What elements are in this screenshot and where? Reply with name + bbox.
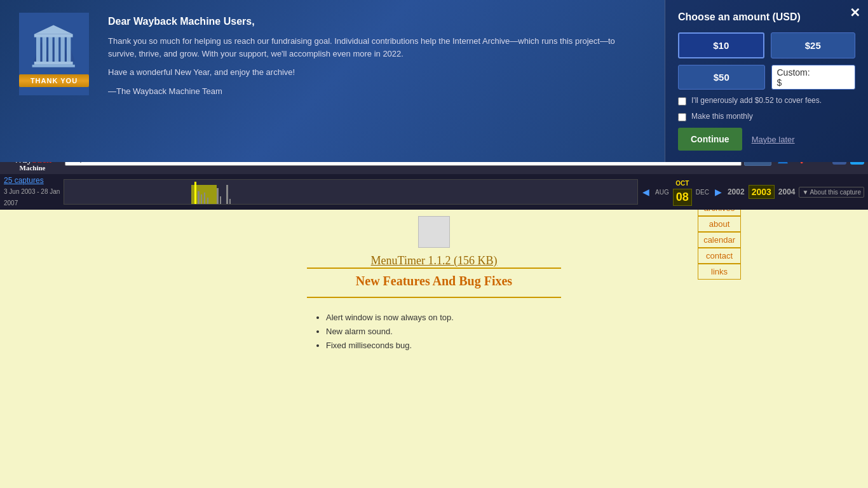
oct-nav: OCT 08: [673, 179, 692, 206]
content-layout: MenuTimer 1.1.2 (156 KB) New Features An…: [307, 216, 561, 353]
donation-left-panel: THANK YOU Dear Wayback Machine Users, Th…: [0, 0, 665, 162]
wb-machine: Machine: [20, 165, 46, 172]
donation-message: Dear Wayback Machine Users, Thank you so…: [108, 13, 646, 104]
ia-logo-area: THANK YOU: [19, 13, 95, 95]
ia-logo: THANK YOU: [19, 13, 89, 95]
svg-marker-11: [34, 25, 73, 34]
donation-right-panel: ✕ Choose an amount (USD) $10 $25 $50 Cus…: [665, 0, 868, 162]
svg-rect-12: [34, 62, 73, 65]
timeline-bar-6: [217, 188, 219, 204]
features-section: New Features And Bug Fixes: [307, 268, 561, 298]
app-icon-placeholder: [307, 216, 561, 248]
about-capture-label: About this capture: [810, 189, 861, 196]
amount-row-top: $10 $25: [678, 32, 855, 58]
amount-10-button[interactable]: $10: [678, 32, 764, 58]
timeline-strip[interactable]: [64, 179, 638, 205]
year-2003[interactable]: 2003: [749, 185, 775, 199]
nav-about[interactable]: about: [698, 216, 741, 232]
feature-item: Fixed milliseconds bug.: [326, 339, 561, 353]
about-capture-triangle: ▼: [802, 189, 808, 196]
oct-day: 08: [673, 189, 692, 206]
oct-label: OCT: [673, 179, 691, 188]
svg-rect-6: [48, 36, 52, 62]
timeline-bar-3: [201, 194, 202, 204]
columns-icon: [25, 21, 83, 72]
aug-nav: AUG: [653, 187, 672, 197]
app-icon: [418, 216, 450, 248]
amount-row-bottom: $50 Custom: $: [678, 65, 855, 90]
content-box: MenuTimer 1.1.2 (156 KB) New Features An…: [307, 216, 561, 353]
svg-rect-13: [32, 65, 75, 67]
svg-rect-9: [67, 36, 71, 62]
year-2002[interactable]: 2002: [725, 186, 747, 198]
timeline-bar-5: [207, 198, 208, 204]
main-content: MenuTimer 1.1.2 (156 KB) New Features An…: [0, 191, 868, 488]
timeline-bar-2: [198, 191, 200, 204]
choose-amount-title: Choose an amount (USD): [678, 11, 855, 23]
custom-amount-input[interactable]: [810, 72, 850, 83]
continue-row: Continue Maybe later: [678, 128, 855, 151]
monthly-row: Make this monthly: [678, 112, 855, 121]
dec-label: DEC: [693, 187, 712, 197]
donation-title: Dear Wayback Machine Users,: [108, 16, 646, 27]
features-title: New Features And Bug Fixes: [307, 274, 561, 288]
monthly-checkbox[interactable]: [678, 113, 686, 121]
feature-item: New alarm sound.: [326, 325, 561, 339]
cover-fees-checkbox[interactable]: [678, 97, 686, 105]
donation-para2: Have a wonderful New Year, and enjoy the…: [108, 66, 646, 79]
svg-rect-5: [43, 36, 46, 62]
donation-para1: Thank you so much for helping us reach o…: [108, 35, 646, 60]
svg-rect-4: [36, 36, 40, 62]
nav-links[interactable]: links: [698, 264, 741, 280]
nav-contact[interactable]: contact: [698, 248, 741, 264]
captures-link[interactable]: 25 captures: [4, 176, 61, 185]
custom-amount-wrap: Custom: $: [771, 65, 856, 90]
timeline-row: 25 captures 3 Jun 2003 - 28 Jan 2007 ◀ A…: [0, 174, 868, 210]
app-download-link[interactable]: MenuTimer 1.1.2 (156 KB): [371, 254, 498, 267]
prev-arrow[interactable]: ◀: [641, 187, 651, 197]
cover-fees-label: I'll generously add $0.52 to cover fees.: [691, 96, 822, 105]
timeline-bar-7: [220, 196, 221, 204]
thank-you-banner: THANK YOU: [19, 74, 89, 87]
nav-calendar[interactable]: calendar: [698, 232, 741, 248]
dec-nav: DEC: [693, 187, 712, 197]
amount-50-button[interactable]: $50: [678, 65, 765, 90]
donation-signature: —The Wayback Machine Team: [108, 85, 646, 98]
timeline-bar-8: [226, 185, 228, 204]
amount-25-button[interactable]: $25: [771, 32, 856, 58]
custom-label: Custom: $: [777, 67, 810, 88]
svg-rect-8: [60, 36, 64, 62]
year-labels: ◀ AUG OCT 08 DEC ▶ 2002 2003 2004 ▼ Abou…: [641, 179, 864, 206]
captures-info: 25 captures 3 Jun 2003 - 28 Jan 2007: [4, 176, 61, 208]
donation-banner: THANK YOU Dear Wayback Machine Users, Th…: [0, 0, 868, 162]
about-capture-btn[interactable]: ▼ About this capture: [799, 187, 864, 198]
cover-fees-row: I'll generously add $0.52 to cover fees.: [678, 96, 855, 105]
captures-dates: 3 Jun 2003 - 28 Jan 2007: [4, 188, 60, 207]
timeline-bar-4: [204, 193, 205, 204]
feature-item: Alert window is now always on top.: [326, 311, 561, 325]
timeline-bar-1: [194, 182, 196, 204]
maybe-later-link[interactable]: Maybe later: [752, 135, 795, 144]
svg-rect-10: [34, 34, 73, 37]
features-list: Alert window is now always on top.New al…: [307, 311, 561, 353]
timeline-bar-9: [229, 199, 231, 204]
continue-button[interactable]: Continue: [678, 128, 742, 151]
monthly-label: Make this monthly: [691, 112, 753, 121]
aug-label: AUG: [653, 187, 672, 197]
svg-rect-7: [55, 36, 58, 62]
next-arrow[interactable]: ▶: [713, 187, 724, 197]
year-2004[interactable]: 2004: [776, 186, 798, 198]
close-button[interactable]: ✕: [850, 5, 860, 20]
